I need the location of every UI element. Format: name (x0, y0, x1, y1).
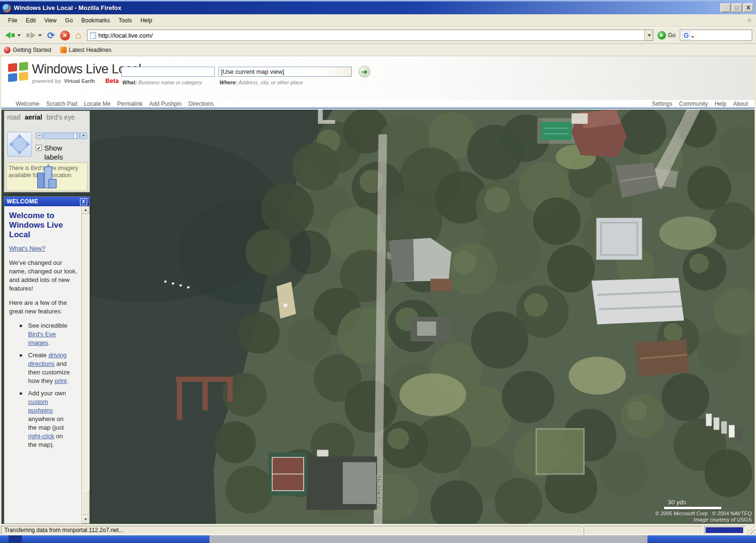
what-label: What: (122, 80, 137, 85)
map-canvas[interactable]: 73rd Ave NE 30 yds © 2005 Microsoft Corp… (1, 110, 755, 524)
welcome-panel-title: WELCOME (7, 198, 38, 205)
window-title: Windows Live Local - Mozilla Firefox (14, 4, 121, 11)
map-mode-link[interactable]: road (7, 113, 20, 121)
nav-link[interactable]: Community (679, 101, 708, 107)
close-button[interactable]: X (743, 3, 754, 12)
throbber-icon: ✳ (746, 16, 752, 25)
url-dropdown-button[interactable] (644, 30, 653, 40)
welcome-bullet-link[interactable]: print (55, 377, 67, 384)
welcome-intro: We've changed our name, changed our look… (9, 259, 79, 293)
zoom-track[interactable] (43, 132, 80, 139)
menu-item[interactable]: File (4, 15, 21, 26)
status-text: Transferring data from msnportal.112.2o7… (1, 526, 582, 534)
welcome-bullet-item: See incredible Bird's Eye images. (28, 322, 73, 347)
reload-button[interactable]: ⟳ (46, 29, 56, 42)
zoom-in-button[interactable]: + (80, 132, 87, 139)
menu-item[interactable]: Go (61, 15, 77, 26)
welcome-bullet-text: anywhere on the map (just (28, 415, 64, 431)
nav-link[interactable]: Scratch Pad (46, 101, 77, 107)
google-icon: G (682, 31, 690, 40)
nav-link[interactable]: About (733, 101, 748, 107)
menu-item[interactable]: Help (136, 15, 157, 26)
stop-button[interactable]: ✕ (59, 29, 71, 42)
scroll-down-button[interactable]: ▼ (82, 516, 90, 523)
search-input[interactable] (695, 32, 750, 39)
page-header: Windows Live Local powered by Virtual Ea… (1, 56, 755, 100)
bookmark-latest-headlines[interactable]: Latest Headlines (60, 47, 111, 53)
show-labels-checkbox[interactable]: ✓ (36, 145, 42, 151)
window-titlebar[interactable]: Windows Live Local - Mozilla Firefox _ □… (0, 0, 756, 14)
bookmark-label: Latest Headlines (69, 47, 111, 53)
nav-link[interactable]: Welcome (16, 101, 40, 107)
bookmarks-bar: Getting Started Latest Headlines (0, 44, 756, 56)
forward-button[interactable] (25, 29, 43, 42)
bookmark-label: Getting Started (13, 47, 51, 53)
menu-item[interactable]: Edit (21, 15, 40, 26)
go-label: Go (668, 32, 676, 39)
virtual-earth-label: Virtual Earth (64, 78, 95, 84)
minimize-button[interactable]: _ (720, 3, 731, 12)
bookmark-getting-started[interactable]: Getting Started (4, 47, 51, 53)
welcome-scrollbar[interactable]: ▲ ▼ (81, 206, 90, 523)
maximize-button[interactable]: □ (732, 3, 742, 12)
map-mode-link[interactable]: bird's eye (47, 113, 75, 121)
welcome-panel-titlebar[interactable]: WELCOME X (4, 197, 90, 206)
menu-item[interactable]: Tools (114, 15, 136, 26)
welcome-bullet-link[interactable]: custom pushpins (28, 398, 53, 414)
address-bar (87, 30, 653, 41)
menu-item[interactable]: Bookmarks (77, 15, 114, 26)
welcome-bullet-text: . (67, 377, 69, 384)
pan-compass[interactable] (7, 132, 32, 157)
zoom-thumb[interactable] (73, 132, 77, 139)
firefox-bookmark-icon (4, 47, 10, 53)
firefox-icon (2, 4, 11, 12)
nav-link[interactable]: Locate Me (84, 101, 110, 107)
search-go-button[interactable]: ➜ (358, 66, 370, 78)
url-input[interactable] (99, 30, 644, 40)
map-copyright: © 2005 Microsoft Corp © 2004 NAVTEQ Imag… (656, 511, 752, 523)
windows-taskbar[interactable] (0, 535, 756, 543)
back-button[interactable] (4, 29, 22, 42)
whats-new-link[interactable]: What's New? (9, 245, 45, 252)
nav-link[interactable]: Directions (189, 101, 214, 107)
welcome-bullet-link[interactable]: right-click (28, 432, 54, 440)
forward-arrow-icon (30, 32, 36, 39)
stop-icon: ✕ (60, 30, 70, 40)
where-input[interactable] (219, 67, 352, 77)
pan-up-icon[interactable] (17, 134, 22, 138)
forward-dropdown-icon[interactable] (38, 34, 42, 37)
pan-right-icon[interactable] (26, 141, 30, 147)
nav-link[interactable]: Settings (652, 101, 672, 107)
resize-grip-icon[interactable] (747, 526, 755, 534)
go-button[interactable]: Go (656, 31, 677, 40)
birds-eye-notice[interactable]: There is Bird's Eye imagery available fo… (6, 162, 88, 191)
welcome-close-button[interactable]: X (80, 198, 87, 205)
pan-down-icon[interactable] (17, 151, 22, 155)
map-control-panel: roadaerialbird's eye − (4, 111, 90, 192)
windows-flag-icon (8, 62, 28, 82)
welcome-bullet-item: Add your own custom pushpins anywhere on… (28, 389, 73, 449)
beta-badge: Beta (105, 77, 119, 84)
nav-link[interactable]: Permalink (117, 101, 142, 107)
nav-link[interactable]: Add Pushpin (149, 101, 182, 107)
street-label: 73rd Ave NE (376, 452, 384, 509)
zoom-out-button[interactable]: − (36, 132, 43, 139)
search-engine-dropdown-icon[interactable] (691, 36, 694, 38)
home-button[interactable]: ⌂ (74, 29, 83, 42)
welcome-bullet-link[interactable]: Bird's Eye images (28, 331, 56, 346)
back-dropdown-icon[interactable] (17, 34, 21, 37)
menu-item[interactable]: View (40, 15, 61, 26)
zoom-slider[interactable]: − + (36, 132, 87, 140)
what-input[interactable] (121, 67, 215, 77)
welcome-panel-body: Welcome to Windows Live Local What's New… (4, 206, 81, 523)
nav-link[interactable]: Help (715, 101, 726, 107)
pan-left-icon[interactable] (9, 141, 13, 147)
rss-icon (60, 47, 67, 53)
copyright-line: © 2005 Microsoft Corp © 2004 NAVTEQ (656, 511, 752, 517)
scale-bar (664, 507, 721, 509)
taskbar-start-stub (9, 535, 22, 543)
map-mode-link[interactable]: aerial (25, 113, 42, 121)
page-icon (90, 32, 96, 39)
scroll-thumb[interactable] (82, 490, 90, 515)
scroll-up-button[interactable]: ▲ (82, 206, 90, 214)
